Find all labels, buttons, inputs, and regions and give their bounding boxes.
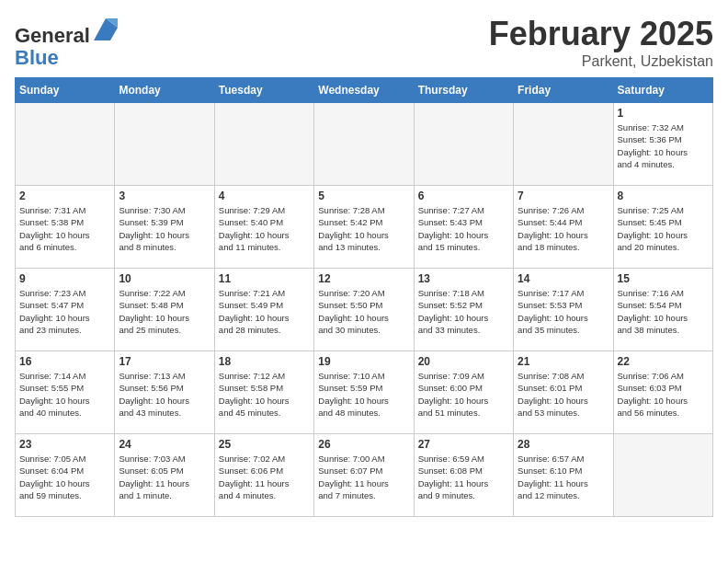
calendar-cell: 3Sunrise: 7:30 AM Sunset: 5:39 PM Daylig… — [115, 186, 214, 269]
day-number: 5 — [318, 190, 409, 202]
day-number: 9 — [19, 272, 110, 285]
day-info: Sunrise: 7:02 AM Sunset: 6:06 PM Dayligh… — [219, 453, 310, 501]
day-info: Sunrise: 7:20 AM Sunset: 5:50 PM Dayligh… — [318, 287, 409, 336]
page-header: General Blue February 2025 Parkent, Uzbe… — [15, 15, 713, 70]
day-info: Sunrise: 7:10 AM Sunset: 5:59 PM Dayligh… — [318, 370, 409, 419]
day-number: 26 — [318, 438, 409, 451]
calendar-cell: 24Sunrise: 7:03 AM Sunset: 6:05 PM Dayli… — [115, 434, 214, 517]
month-title: February 2025 — [489, 15, 713, 53]
day-number: 18 — [219, 355, 310, 368]
calendar-cell: 14Sunrise: 7:17 AM Sunset: 5:53 PM Dayli… — [514, 269, 613, 351]
weekday-header-monday: Monday — [115, 78, 214, 103]
calendar-cell: 17Sunrise: 7:13 AM Sunset: 5:56 PM Dayli… — [115, 351, 214, 434]
calendar-cell: 18Sunrise: 7:12 AM Sunset: 5:58 PM Dayli… — [214, 351, 313, 434]
day-number: 7 — [518, 190, 609, 202]
day-number: 12 — [318, 272, 409, 285]
day-info: Sunrise: 7:29 AM Sunset: 5:40 PM Dayligh… — [219, 204, 310, 253]
calendar-cell: 28Sunrise: 6:57 AM Sunset: 6:10 PM Dayli… — [514, 434, 613, 517]
day-number: 21 — [518, 355, 609, 368]
day-info: Sunrise: 7:18 AM Sunset: 5:52 PM Dayligh… — [418, 287, 509, 336]
calendar-cell: 27Sunrise: 6:59 AM Sunset: 6:08 PM Dayli… — [414, 434, 513, 517]
logo-icon — [92, 15, 119, 42]
logo: General Blue — [15, 15, 119, 69]
day-number: 28 — [518, 438, 609, 451]
day-number: 15 — [618, 272, 709, 285]
week-row-4: 16Sunrise: 7:14 AM Sunset: 5:55 PM Dayli… — [16, 351, 713, 434]
day-info: Sunrise: 7:06 AM Sunset: 6:03 PM Dayligh… — [618, 370, 709, 419]
calendar-cell: 11Sunrise: 7:21 AM Sunset: 5:49 PM Dayli… — [214, 269, 313, 351]
day-info: Sunrise: 7:16 AM Sunset: 5:54 PM Dayligh… — [618, 287, 709, 336]
day-info: Sunrise: 7:03 AM Sunset: 6:05 PM Dayligh… — [119, 453, 210, 501]
day-info: Sunrise: 7:31 AM Sunset: 5:38 PM Dayligh… — [19, 204, 110, 253]
day-number: 4 — [219, 190, 310, 202]
calendar-cell: 22Sunrise: 7:06 AM Sunset: 6:03 PM Dayli… — [613, 351, 712, 434]
day-number: 10 — [119, 272, 210, 285]
weekday-header-thursday: Thursday — [414, 78, 513, 103]
day-info: Sunrise: 7:22 AM Sunset: 5:48 PM Dayligh… — [119, 287, 210, 336]
calendar-cell: 15Sunrise: 7:16 AM Sunset: 5:54 PM Dayli… — [613, 269, 712, 351]
week-row-3: 9Sunrise: 7:23 AM Sunset: 5:47 PM Daylig… — [16, 269, 713, 351]
calendar-cell: 20Sunrise: 7:09 AM Sunset: 6:00 PM Dayli… — [414, 351, 513, 434]
day-info: Sunrise: 7:13 AM Sunset: 5:56 PM Dayligh… — [119, 370, 210, 419]
weekday-header-friday: Friday — [514, 78, 613, 103]
calendar-cell: 6Sunrise: 7:27 AM Sunset: 5:43 PM Daylig… — [414, 186, 513, 269]
day-info: Sunrise: 7:26 AM Sunset: 5:44 PM Dayligh… — [518, 204, 609, 253]
calendar-cell: 2Sunrise: 7:31 AM Sunset: 5:38 PM Daylig… — [16, 186, 115, 269]
location-text: Parkent, Uzbekistan — [489, 53, 713, 70]
logo-general-text: General — [15, 24, 90, 47]
day-number: 22 — [618, 355, 709, 368]
day-number: 1 — [618, 107, 709, 120]
day-number: 3 — [119, 190, 210, 202]
day-number: 8 — [618, 190, 709, 202]
weekday-header-sunday: Sunday — [16, 78, 115, 103]
day-info: Sunrise: 7:09 AM Sunset: 6:00 PM Dayligh… — [418, 370, 509, 419]
calendar-cell — [115, 103, 214, 186]
day-number: 19 — [318, 355, 409, 368]
weekday-header-wednesday: Wednesday — [314, 78, 414, 103]
calendar-cell: 5Sunrise: 7:28 AM Sunset: 5:42 PM Daylig… — [314, 186, 414, 269]
calendar-cell: 12Sunrise: 7:20 AM Sunset: 5:50 PM Dayli… — [314, 269, 414, 351]
day-number: 27 — [418, 438, 509, 451]
day-info: Sunrise: 7:32 AM Sunset: 5:36 PM Dayligh… — [618, 121, 709, 170]
calendar-cell — [314, 103, 414, 186]
calendar-cell — [613, 434, 712, 517]
calendar-cell: 7Sunrise: 7:26 AM Sunset: 5:44 PM Daylig… — [514, 186, 613, 269]
week-row-2: 2Sunrise: 7:31 AM Sunset: 5:38 PM Daylig… — [16, 186, 713, 269]
calendar-cell — [414, 103, 513, 186]
day-number: 20 — [418, 355, 509, 368]
day-info: Sunrise: 6:59 AM Sunset: 6:08 PM Dayligh… — [418, 453, 509, 501]
day-number: 25 — [219, 438, 310, 451]
week-row-5: 23Sunrise: 7:05 AM Sunset: 6:04 PM Dayli… — [16, 434, 713, 517]
calendar-cell: 16Sunrise: 7:14 AM Sunset: 5:55 PM Dayli… — [16, 351, 115, 434]
day-number: 17 — [119, 355, 210, 368]
week-row-1: 1Sunrise: 7:32 AM Sunset: 5:36 PM Daylig… — [16, 103, 713, 186]
day-info: Sunrise: 7:05 AM Sunset: 6:04 PM Dayligh… — [19, 453, 110, 501]
day-info: Sunrise: 7:30 AM Sunset: 5:39 PM Dayligh… — [119, 204, 210, 253]
day-info: Sunrise: 7:21 AM Sunset: 5:49 PM Dayligh… — [219, 287, 310, 336]
calendar-cell: 10Sunrise: 7:22 AM Sunset: 5:48 PM Dayli… — [115, 269, 214, 351]
day-info: Sunrise: 7:25 AM Sunset: 5:45 PM Dayligh… — [618, 204, 709, 253]
day-number: 24 — [119, 438, 210, 451]
title-block: February 2025 Parkent, Uzbekistan — [489, 15, 713, 70]
calendar-cell: 19Sunrise: 7:10 AM Sunset: 5:59 PM Dayli… — [314, 351, 414, 434]
day-info: Sunrise: 7:00 AM Sunset: 6:07 PM Dayligh… — [318, 453, 409, 501]
calendar-cell — [214, 103, 313, 186]
calendar-table: SundayMondayTuesdayWednesdayThursdayFrid… — [15, 77, 713, 517]
calendar-cell — [16, 103, 115, 186]
day-number: 11 — [219, 272, 310, 285]
calendar-cell: 1Sunrise: 7:32 AM Sunset: 5:36 PM Daylig… — [613, 103, 712, 186]
calendar-cell — [514, 103, 613, 186]
calendar-cell: 26Sunrise: 7:00 AM Sunset: 6:07 PM Dayli… — [314, 434, 414, 517]
calendar-cell: 4Sunrise: 7:29 AM Sunset: 5:40 PM Daylig… — [214, 186, 313, 269]
calendar-cell: 21Sunrise: 7:08 AM Sunset: 6:01 PM Dayli… — [514, 351, 613, 434]
weekday-header-row: SundayMondayTuesdayWednesdayThursdayFrid… — [16, 78, 713, 103]
day-info: Sunrise: 7:23 AM Sunset: 5:47 PM Dayligh… — [19, 287, 110, 336]
day-info: Sunrise: 7:27 AM Sunset: 5:43 PM Dayligh… — [418, 204, 509, 253]
day-number: 23 — [19, 438, 110, 451]
day-number: 2 — [19, 190, 110, 202]
day-number: 14 — [518, 272, 609, 285]
calendar-cell: 13Sunrise: 7:18 AM Sunset: 5:52 PM Dayli… — [414, 269, 513, 351]
weekday-header-tuesday: Tuesday — [214, 78, 313, 103]
day-number: 13 — [418, 272, 509, 285]
day-number: 16 — [19, 355, 110, 368]
